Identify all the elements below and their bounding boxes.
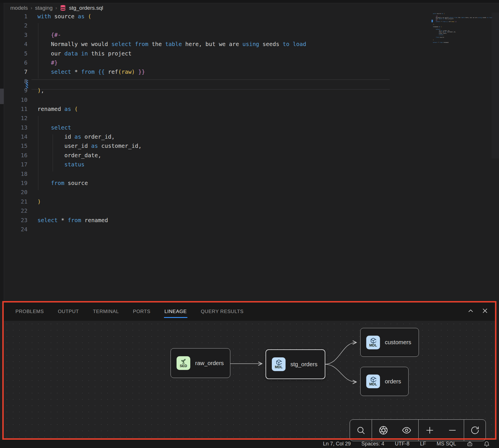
line-number: 17 — [4, 160, 27, 169]
badge-label: MDL — [369, 344, 377, 347]
left-gutter-strip — [0, 3, 4, 301]
node-label: orders — [385, 378, 401, 385]
line-number: 9 — [4, 86, 27, 95]
bottom-panel: PROBLEMSOUTPUTTERMINALPORTSLINEAGEQUERY … — [4, 302, 495, 438]
lineage-canvas[interactable]: SEDraw_ordersMDLstg_ordersMDLcustomersMD… — [4, 321, 495, 438]
code-line[interactable]: with source as ( — [37, 12, 306, 21]
node-label: stg_orders — [290, 361, 318, 368]
line-number: 18 — [4, 170, 27, 179]
code-line[interactable] — [37, 170, 306, 179]
badge-label: SED — [180, 364, 187, 368]
tab-ports[interactable]: PORTS — [133, 302, 151, 321]
status-eol[interactable]: LF — [420, 441, 426, 447]
line-number: 6 — [4, 58, 27, 67]
code-line[interactable]: from source — [37, 179, 306, 188]
line-number: 2 — [4, 21, 27, 30]
bell-icon[interactable] — [484, 441, 490, 447]
code-line[interactable]: ), — [37, 86, 306, 95]
line-number: 21 — [4, 197, 27, 206]
lineage-node-orders[interactable]: MDLorders — [360, 367, 409, 396]
tab-terminal[interactable]: TERMINAL — [93, 302, 119, 321]
refresh-icon[interactable] — [464, 420, 486, 441]
code-line[interactable]: #} — [37, 58, 306, 67]
line-number: 10 — [4, 95, 27, 105]
status-language-mode[interactable]: MS SQL — [437, 441, 456, 447]
search-icon[interactable] — [350, 420, 372, 441]
code-line[interactable]: {#- — [37, 31, 306, 40]
line-number: 16 — [4, 151, 27, 160]
code-line[interactable]: select * from {{ ref(raw) }} — [37, 67, 306, 77]
code-line[interactable]: ) — [37, 197, 306, 206]
zoom-out-icon[interactable] — [441, 420, 464, 441]
code-line[interactable] — [37, 225, 306, 234]
line-number: 14 — [4, 132, 27, 142]
aperture-icon[interactable] — [372, 420, 395, 441]
code-line[interactable]: select * from renamed — [37, 216, 306, 225]
seedling-badge: SED — [177, 356, 190, 370]
cube-badge: MDL — [366, 336, 380, 349]
code-line[interactable]: order_date, — [37, 151, 306, 160]
line-number: 12 — [4, 114, 27, 123]
line-numbers-gutter: 123456789101112131415161718192021222324 — [4, 12, 27, 234]
code-content[interactable]: with source as ( {#- Normally we would s… — [37, 12, 306, 234]
cube-badge: MDL — [366, 375, 380, 388]
cube-badge: MDL — [272, 357, 286, 371]
code-line[interactable] — [37, 188, 306, 197]
code-line[interactable]: our data in this project — [37, 49, 306, 58]
code-line[interactable] — [37, 114, 306, 123]
close-icon[interactable] — [481, 307, 489, 314]
status-indentation[interactable]: Spaces: 4 — [361, 441, 384, 447]
breadcrumb-staging[interactable]: staging — [35, 5, 53, 11]
line-number: 24 — [4, 225, 27, 234]
line-number: 20 — [4, 188, 27, 197]
breadcrumb-separator-icon: › — [56, 5, 57, 11]
breadcrumb-models[interactable]: models — [10, 5, 28, 11]
line-number: 15 — [4, 142, 27, 151]
line-number: 11 — [4, 105, 27, 114]
line-number: 1 — [4, 12, 27, 21]
code-line[interactable]: Normally we would select from the table … — [37, 40, 306, 49]
zoom-in-icon[interactable] — [419, 420, 441, 441]
chevron-up-icon[interactable] — [467, 307, 474, 314]
tab-problems[interactable]: PROBLEMS — [15, 302, 44, 321]
panel-actions — [467, 307, 489, 314]
breadcrumb: models › staging › stg_orders.sql — [10, 3, 103, 13]
breadcrumb-filename[interactable]: stg_orders.sql — [69, 5, 103, 11]
line-number: 3 — [4, 31, 27, 40]
line-number: 7 — [4, 67, 27, 77]
tab-lineage[interactable]: LINEAGE — [165, 302, 187, 321]
code-line[interactable] — [37, 95, 306, 105]
line-number: 4 — [4, 40, 27, 49]
code-line[interactable] — [37, 77, 306, 86]
code-line[interactable]: user_id as customer_id, — [37, 142, 306, 151]
line-number: 13 — [4, 123, 27, 132]
copilot-robot-icon[interactable] — [467, 441, 473, 447]
badge-label: MDL — [275, 365, 282, 369]
left-strip-thumb[interactable] — [0, 89, 4, 104]
lineage-toolbar — [350, 419, 486, 441]
eye-icon[interactable] — [395, 420, 418, 441]
minimap[interactable]: with source as ( {#- Normally we would s… — [433, 13, 484, 45]
minimap-modified-marker — [431, 20, 433, 22]
code-line[interactable]: id as order_id, — [37, 132, 306, 142]
vscode-window: models › staging › stg_orders.sql 123456… — [0, 0, 499, 448]
code-line[interactable]: status — [37, 160, 306, 169]
lineage-node-raw_orders[interactable]: SEDraw_orders — [171, 348, 230, 378]
node-label: customers — [385, 339, 411, 346]
status-cursor-position[interactable]: Ln 7, Col 29 — [323, 441, 351, 447]
lineage-node-customers[interactable]: MDLcustomers — [360, 328, 419, 357]
node-label: raw_orders — [195, 360, 224, 367]
tab-query-results[interactable]: QUERY RESULTS — [201, 302, 244, 321]
code-line[interactable] — [37, 206, 306, 216]
code-line[interactable] — [37, 21, 306, 30]
line-number: 22 — [4, 206, 27, 216]
code-editor[interactable]: 123456789101112131415161718192021222324 … — [4, 12, 490, 301]
breadcrumb-separator-icon: › — [31, 5, 32, 11]
line-number: 23 — [4, 216, 27, 225]
lineage-node-stg_orders[interactable]: MDLstg_orders — [266, 349, 325, 379]
status-encoding[interactable]: UTF-8 — [395, 441, 409, 447]
tab-output[interactable]: OUTPUT — [58, 302, 79, 321]
code-line[interactable]: select — [37, 123, 306, 132]
code-line[interactable]: renamed as ( — [37, 105, 306, 114]
editor-scrollbar[interactable] — [492, 13, 499, 158]
